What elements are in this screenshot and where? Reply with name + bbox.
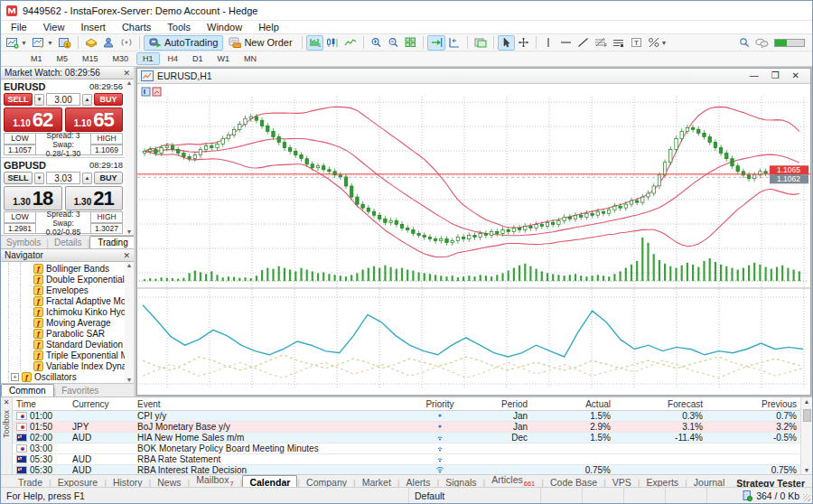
search-icon[interactable] <box>739 37 750 48</box>
symbol-title-row[interactable]: EURUSD08:29:56 <box>4 80 123 92</box>
sell-button[interactable]: SELL <box>4 93 33 106</box>
volume-dropdown-button[interactable]: ▼ <box>34 94 44 106</box>
expand-icon[interactable]: + <box>11 373 19 381</box>
navigator-item-oscillators[interactable]: +ƒOscillators <box>1 371 134 382</box>
bid-price[interactable]: 1.3018 <box>4 186 62 210</box>
calendar-column-header[interactable]: Forecast <box>614 399 706 409</box>
symbol-title-row[interactable]: GBPUSD08:29:18 <box>4 159 123 171</box>
chart-canvas[interactable]: 1.10651.1062 <box>137 84 810 395</box>
navigator-scrollbar[interactable]: ▲ ▼ <box>125 262 134 383</box>
volume-dropdown-button[interactable]: ▼ <box>34 173 44 184</box>
navigator-item[interactable]: ƒVariable Index Dyna <box>1 360 134 371</box>
navigator-item[interactable]: ƒFractal Adaptive Mo <box>1 295 134 306</box>
navigator-item[interactable]: ƒEnvelopes <box>1 285 134 295</box>
timeframe-button-m15[interactable]: M15 <box>76 52 105 65</box>
calendar-scrollbar[interactable]: ▲ ▼ <box>800 397 812 474</box>
volume-input[interactable]: 3.00 <box>46 93 80 106</box>
menu-item-charts[interactable]: Charts <box>114 22 159 33</box>
zoom-in-button[interactable] <box>368 35 385 51</box>
horizontal-line-button[interactable] <box>557 35 575 51</box>
close-icon[interactable]: ✕ <box>792 71 799 80</box>
calendar-row[interactable]: 02:00AUDHIA New Home Sales m/mDec1.5%-11… <box>13 433 800 443</box>
calendar-column-header[interactable]: Previous <box>706 399 800 409</box>
navigator-item[interactable]: ƒBollinger Bands <box>1 263 134 274</box>
signals-button[interactable] <box>117 35 136 51</box>
calendar-column-header[interactable]: Event <box>134 399 414 409</box>
menu-item-insert[interactable]: Insert <box>72 22 114 33</box>
navigator-item[interactable]: ƒStandard Deviation <box>1 339 134 350</box>
scroll-up-icon[interactable]: ▲ <box>126 262 133 268</box>
calendar-column-header[interactable]: Time <box>13 399 69 409</box>
zoom-out-button[interactable] <box>385 35 402 51</box>
shapes-button[interactable]: ▼ <box>645 35 670 51</box>
bars-chart-button[interactable]: 1 <box>306 35 323 51</box>
menu-item-tools[interactable]: Tools <box>159 22 199 33</box>
calendar-column-header[interactable]: Actual <box>531 399 614 409</box>
navigator-item[interactable]: ƒDouble Exponential <box>1 274 134 285</box>
calendar-row[interactable]: 01:50JPYBoJ Monetary Base y/yJan2.9%3.1%… <box>13 422 800 433</box>
candles-chart-button[interactable] <box>323 35 341 51</box>
minimize-icon[interactable]: — <box>750 71 759 80</box>
symbols-button[interactable] <box>82 35 100 51</box>
tab-details[interactable]: Details <box>49 237 88 248</box>
profiles-button[interactable]: ▼ <box>30 35 56 51</box>
volume-up-button[interactable]: ▲ <box>82 173 92 184</box>
community-button[interactable] <box>100 35 117 51</box>
scroll-down-icon[interactable]: ▼ <box>126 229 133 235</box>
fibonacci-button[interactable]: F <box>592 35 610 51</box>
trendline-button[interactable] <box>575 35 592 51</box>
autotrading-button[interactable]: AutoTrading <box>144 35 224 51</box>
chart-window-titlebar[interactable]: EURUSD,H1 — ❐ ✕ <box>137 69 810 84</box>
status-profile[interactable]: Default <box>409 488 541 503</box>
tab-common[interactable]: Common <box>1 384 54 397</box>
maximize-icon[interactable]: ❐ <box>771 71 780 80</box>
bid-price[interactable]: 1.1062 <box>4 107 62 132</box>
profile-windows-button[interactable] <box>472 35 490 51</box>
timeframe-button-w1[interactable]: W1 <box>211 52 237 65</box>
sell-button[interactable]: SELL <box>4 172 33 184</box>
buy-button[interactable]: BUY <box>94 172 123 184</box>
calendar-row[interactable]: 03:00BOK Monetary Policy Board Meeting M… <box>13 443 800 454</box>
calendar-column-header[interactable]: Period <box>466 399 531 409</box>
timeframe-button-d1[interactable]: D1 <box>186 52 210 65</box>
tab-symbols[interactable]: Symbols <box>1 237 46 248</box>
new-chart-button[interactable]: ▼ <box>4 35 30 51</box>
market-watch-scrollbar[interactable]: ▲ ▼ <box>125 79 134 235</box>
calendar-row[interactable]: 01:00CPI y/yJan1.5%0.3%0.7% <box>13 411 800 422</box>
volume-up-button[interactable]: ▲ <box>82 94 92 106</box>
menu-item-view[interactable]: View <box>35 22 73 33</box>
calendar-row[interactable]: 05:30AUDRBA Interest Rate Decision0.75%0… <box>13 465 800 474</box>
ask-price[interactable]: 1.3021 <box>65 186 124 210</box>
close-icon[interactable]: ✕ <box>123 251 130 260</box>
crosshair-button[interactable] <box>515 35 532 51</box>
scrollbar-thumb[interactable] <box>803 409 811 422</box>
navigator-item[interactable]: ƒIchimoku Kinko Hyo <box>1 306 134 317</box>
timeframe-button-mn[interactable]: MN <box>238 52 263 65</box>
navigator-item[interactable]: ƒParabolic SAR <box>1 328 134 339</box>
scroll-up-icon[interactable]: ▲ <box>126 79 133 86</box>
calendar-column-header[interactable]: Priority <box>414 399 466 409</box>
auto-scroll-button[interactable] <box>427 35 445 51</box>
close-icon[interactable]: ✕ <box>4 398 10 406</box>
scroll-down-icon[interactable]: ▼ <box>126 377 133 383</box>
timeframe-button-h1[interactable]: H1 <box>136 52 160 65</box>
history-center-button[interactable]: $ <box>56 35 74 51</box>
chart-shift-button[interactable] <box>445 35 463 51</box>
line-chart-button[interactable] <box>341 35 360 51</box>
calendar-column-header[interactable]: Currency <box>69 399 134 409</box>
scroll-up-icon[interactable]: ▲ <box>804 398 810 405</box>
timeframe-button-m1[interactable]: M1 <box>24 52 49 65</box>
buy-button[interactable]: BUY <box>94 93 123 106</box>
menu-item-window[interactable]: Window <box>199 22 250 33</box>
tile-windows-button[interactable] <box>402 35 419 51</box>
close-icon[interactable]: ✕ <box>123 69 130 78</box>
channel-button[interactable] <box>610 35 628 51</box>
vertical-line-button[interactable] <box>540 35 557 51</box>
ask-price[interactable]: 1.1065 <box>65 107 124 132</box>
text-tool-button[interactable]: T <box>628 35 645 51</box>
tab-trading[interactable]: Trading <box>89 236 134 248</box>
timeframe-button-h4[interactable]: H4 <box>162 52 185 65</box>
chat-icon[interactable] <box>755 38 769 48</box>
tab-favorites[interactable]: Favorites <box>56 385 104 397</box>
volume-input[interactable]: 3.03 <box>46 172 80 184</box>
